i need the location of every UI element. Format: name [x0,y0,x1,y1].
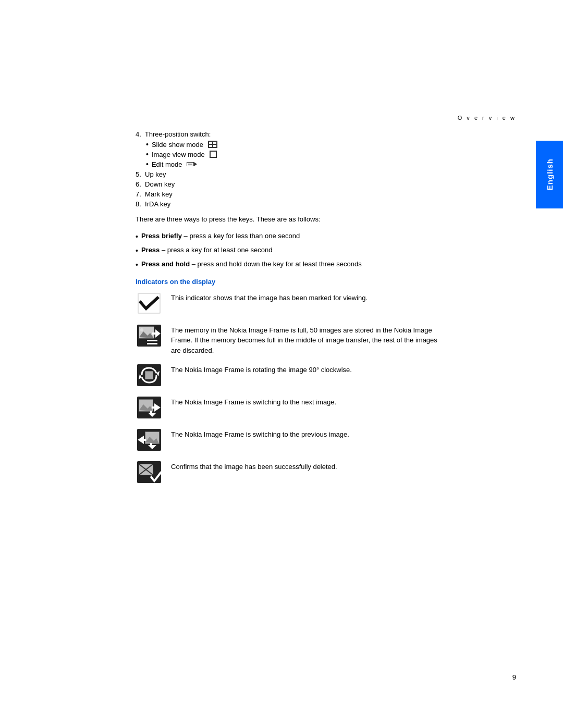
item7-label: Mark key [145,190,173,198]
svg-rect-1 [209,142,212,144]
overview-header: O v e r v i e w [136,115,516,121]
svg-rect-43 [150,443,152,446]
indicator-icon-6 [136,460,163,485]
checkmark-icon [137,292,162,315]
sidebar-tab-label: English [545,158,554,190]
item8-label: IrDA key [145,200,170,208]
item6-label: Down key [145,180,175,188]
memory-full-icon [137,324,162,347]
deleted-icon [137,461,162,484]
svg-rect-3 [209,145,212,147]
slideshow-icon [208,141,217,148]
list-item-5: 5. Up key [136,170,521,178]
numbered-list: 4. Three-position switch: Slide show mod… [136,130,521,208]
indicator-row-4: The Nokia Image Frame is switching to th… [136,395,521,420]
bullet-sublist: Slide show mode Image view mode [146,140,521,168]
indicator-text-6: Confirms that the image has been success… [171,460,337,472]
svg-rect-33 [152,406,155,409]
item5-label: Up key [145,170,166,178]
page-number: 9 [512,673,516,681]
press-briefly-text: Press briefly – press a key for less tha… [141,231,300,241]
indicator-row-6: Confirms that the image has been success… [136,460,521,485]
press-and-hold-text: Press and hold – press and hold down the… [141,259,362,269]
list-item-7: 7. Mark key [136,190,521,198]
press: Press – press a key for at least one sec… [136,245,521,256]
indicator-icon-4 [136,395,163,420]
indicator-icon-2 [136,323,163,348]
list-item-4: 4. Three-position switch: Slide show mod… [136,130,521,168]
indicator-text-3: The Nokia Image Frame is rotating the im… [171,363,352,375]
imageview-icon [210,151,217,158]
keys-paragraph: There are three ways to press the keys. … [136,214,521,225]
svg-rect-4 [213,145,216,147]
list-item-6: 6. Down key [136,180,521,188]
svg-rect-20 [152,332,156,335]
svg-rect-21 [147,340,157,341]
main-content: O v e r v i e w 4. Three-position switch… [136,0,521,485]
edit-icon [187,161,197,168]
page: English O v e r v i e w 4. Three-positio… [0,0,563,728]
svg-rect-41 [143,439,146,441]
slideshow-text: Slide show mode [152,141,203,149]
press-and-hold: Press and hold – press and hold down the… [136,259,521,270]
svg-rect-27 [145,372,153,379]
svg-marker-9 [194,162,197,166]
svg-rect-6 [211,152,216,157]
indicator-row-3: The Nokia Image Frame is rotating the im… [136,363,521,388]
indicator-icon-3 [136,363,163,388]
indicator-text-4: The Nokia Image Frame is switching to th… [171,395,336,408]
press-text: Press – press a key for at least one sec… [141,245,273,255]
bullet-slideshow: Slide show mode [146,140,521,149]
bullet-imageview: Image view mode [146,150,521,158]
indicator-icon-1 [136,291,163,316]
indicator-text-5: The Nokia Image Frame is switching to th… [171,427,349,440]
indicator-row-5: The Nokia Image Frame is switching to th… [136,427,521,452]
rotate-icon [137,364,162,387]
svg-rect-2 [213,142,216,144]
indicator-text-2: The memory in the Nokia Image Frame is f… [171,323,442,356]
indicators-heading: Indicators on the display [136,278,521,286]
item4-label: Three-position switch: [145,130,211,138]
list-item-8: 8. IrDA key [136,200,521,208]
press-briefly: Press briefly – press a key for less tha… [136,231,521,242]
press-list: Press briefly – press a key for less tha… [136,231,521,270]
indicator-row-1: This indicator shows that the image has … [136,291,521,316]
svg-rect-35 [150,411,152,414]
edit-text: Edit mode [152,161,182,168]
indicator-icon-5 [136,427,163,452]
imageview-text: Image view mode [152,151,205,158]
prev-image-icon [137,428,162,451]
indicator-text-1: This indicator shows that the image has … [171,291,368,303]
indicator-row-2: The memory in the Nokia Image Frame is f… [136,323,521,356]
next-image-icon [137,396,162,419]
svg-rect-22 [147,343,157,344]
svg-point-18 [140,328,143,331]
bullet-edit: Edit mode [146,160,521,168]
indicators-section: Indicators on the display This indicator… [136,278,521,485]
sidebar-tab: English [536,141,563,208]
